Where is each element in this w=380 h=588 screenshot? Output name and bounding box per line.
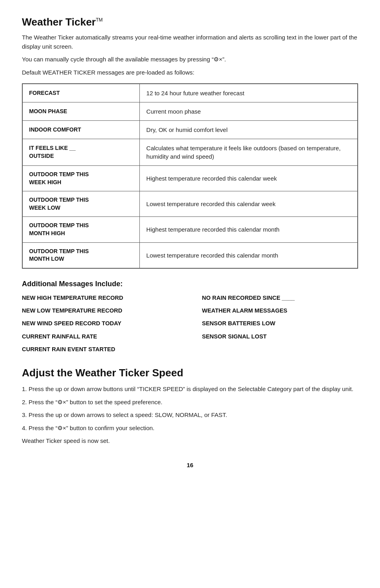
table-row: IT FEELS LIKE __OUTSIDECalculates what t…: [23, 139, 358, 166]
table-cell-description: Highest temperature recorded this calend…: [140, 166, 358, 191]
page-title: Weather TickerTM: [22, 16, 358, 28]
adjust-step-5: Weather Ticker speed is now set.: [22, 437, 358, 446]
additional-message-item: NO RAIN RECORDED SINCE ____: [202, 294, 358, 302]
table-row: OUTDOOR TEMP THISMONTH LOWLowest tempera…: [23, 242, 358, 268]
adjust-section: Adjust the Weather Ticker Speed 1. Press…: [22, 367, 358, 446]
table-cell-label: INDOOR COMFORT: [23, 121, 140, 139]
adjust-title: Adjust the Weather Ticker Speed: [22, 367, 358, 379]
table-cell-description: 12 to 24 hour future weather forecast: [140, 84, 358, 102]
table-row: FORECAST12 to 24 hour future weather for…: [23, 84, 358, 102]
table-row: MOON PHASECurrent moon phase: [23, 102, 358, 121]
additional-message-item: WEATHER ALARM MESSAGES: [202, 307, 358, 315]
additional-message-item: SENSOR BATTERIES LOW: [202, 319, 358, 327]
title-sup: TM: [96, 17, 102, 23]
table-cell-label: OUTDOOR TEMP THISWEEK LOW: [23, 191, 140, 217]
messages-table: FORECAST12 to 24 hour future weather for…: [22, 83, 358, 269]
additional-message-item: CURRENT RAINFALL RATE: [22, 332, 178, 340]
table-row: OUTDOOR TEMP THISMONTH HIGHHighest tempe…: [23, 217, 358, 242]
table-cell-description: Lowest temperature recorded this calenda…: [140, 191, 358, 217]
additional-col-2: NO RAIN RECORDED SINCE ____WEATHER ALARM…: [202, 294, 358, 355]
additional-message-item: CURRENT RAIN EVENT STARTED: [22, 345, 178, 353]
additional-messages-section: Additional Messages Include: NEW HIGH TE…: [22, 280, 358, 355]
adjust-step-3: 3. Press the up or down arrows to select…: [22, 411, 358, 420]
table-cell-label: OUTDOOR TEMP THISMONTH HIGH: [23, 217, 140, 242]
table-cell-label: OUTDOOR TEMP THISMONTH LOW: [23, 242, 140, 268]
table-cell-description: Calculates what temperature it feels lik…: [140, 139, 358, 166]
additional-messages-grid: NEW HIGH TEMPERATURE RECORDNEW LOW TEMPE…: [22, 294, 358, 355]
table-cell-description: Dry, OK or humid comfort level: [140, 121, 358, 139]
page-number: 16: [22, 462, 358, 468]
table-row: INDOOR COMFORTDry, OK or humid comfort l…: [23, 121, 358, 139]
table-cell-label: IT FEELS LIKE __OUTSIDE: [23, 139, 140, 166]
additional-messages-title: Additional Messages Include:: [22, 280, 358, 288]
adjust-step-4: 4. Press the “⚙×” button to confirm your…: [22, 424, 358, 433]
table-cell-description: Lowest temperature recorded this calenda…: [140, 242, 358, 268]
title-text: Weather Ticker: [22, 16, 96, 28]
table-cell-description: Current moon phase: [140, 102, 358, 121]
intro-paragraph-1: The Weather Ticker automatically streams…: [22, 33, 358, 51]
table-cell-label: OUTDOOR TEMP THISWEEK HIGH: [23, 166, 140, 191]
table-cell-label: FORECAST: [23, 84, 140, 102]
intro-paragraph-2: You can manually cycle through all the a…: [22, 55, 358, 64]
adjust-step-2: 2. Press the “⚙×” button to set the spee…: [22, 398, 358, 407]
adjust-step-1: 1. Press the up or down arrow buttons un…: [22, 385, 358, 394]
additional-message-item: NEW WIND SPEED RECORD TODAY: [22, 319, 178, 327]
additional-col-1: NEW HIGH TEMPERATURE RECORDNEW LOW TEMPE…: [22, 294, 178, 355]
intro-paragraph-3: Default WEATHER TICKER messages are pre-…: [22, 68, 358, 77]
table-row: OUTDOOR TEMP THISWEEK LOWLowest temperat…: [23, 191, 358, 217]
table-cell-description: Highest temperature recorded this calend…: [140, 217, 358, 242]
additional-message-item: NEW LOW TEMPERATURE RECORD: [22, 307, 178, 315]
table-row: OUTDOOR TEMP THISWEEK HIGHHighest temper…: [23, 166, 358, 191]
additional-message-item: NEW HIGH TEMPERATURE RECORD: [22, 294, 178, 302]
additional-message-item: SENSOR SIGNAL LOST: [202, 332, 358, 340]
table-cell-label: MOON PHASE: [23, 102, 140, 121]
